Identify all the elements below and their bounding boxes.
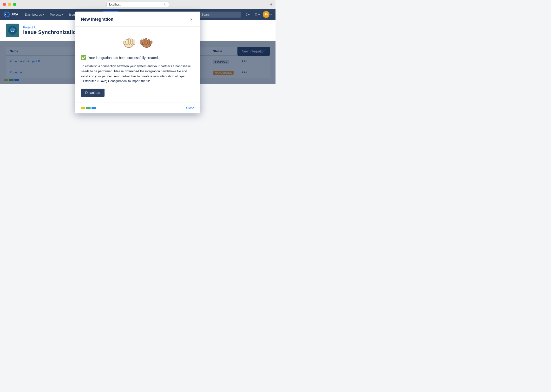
user-avatar[interactable]: JS	[263, 11, 270, 18]
description-download-bold: download	[125, 69, 139, 73]
project-info: Project A Issue Synchronization	[23, 26, 79, 35]
svg-rect-19	[141, 40, 142, 45]
traffic-lights	[3, 3, 16, 6]
modal-description: To establish a connection between your s…	[81, 64, 195, 84]
modal-footer: Close	[75, 103, 200, 113]
svg-rect-18	[143, 39, 145, 45]
projects-caret: ▾	[62, 13, 63, 16]
svg-rect-17	[145, 38, 147, 45]
jira-logo-text: JIRA	[11, 12, 20, 17]
download-button[interactable]: Download	[81, 89, 105, 97]
content-area: New Integration Name Status Actions Proj…	[0, 41, 276, 84]
settings-button[interactable]: ⚙ ▾	[253, 11, 262, 18]
description-part2: the integration handshake file and	[139, 69, 187, 73]
project-avatar	[6, 24, 19, 37]
address-bar[interactable]: localhost ↻	[106, 2, 169, 7]
svg-rect-11	[128, 38, 130, 45]
new-tab-button[interactable]: +	[270, 2, 273, 7]
svg-text:X: X	[5, 13, 6, 16]
modal-overlay: New Integration ×	[0, 41, 276, 84]
svg-point-7	[14, 29, 14, 30]
help-caret: ▾	[248, 13, 250, 16]
nav-dashboards[interactable]: Dashboards ▾	[23, 11, 47, 18]
traffic-light-yellow[interactable]	[8, 3, 11, 6]
dot-blue	[91, 107, 96, 109]
dot-green	[86, 107, 91, 109]
dot-yellow	[81, 107, 85, 109]
address-text: localhost	[109, 3, 120, 6]
description-send-bold: send	[81, 74, 88, 78]
settings-caret: ▾	[258, 13, 260, 16]
svg-rect-12	[131, 39, 133, 45]
footer-progress-dots	[81, 107, 96, 109]
project-title: Issue Synchronization	[23, 29, 79, 35]
settings-icon: ⚙	[255, 13, 258, 16]
modal-close-button[interactable]: ×	[188, 16, 195, 23]
modal-close-link[interactable]: Close	[186, 106, 195, 110]
svg-rect-16	[148, 39, 150, 45]
traffic-light-green[interactable]	[13, 3, 16, 6]
success-text: Your integration has been successfully c…	[88, 56, 159, 60]
svg-rect-13	[133, 40, 135, 45]
project-label[interactable]: Project A	[23, 26, 79, 29]
svg-rect-10	[126, 39, 128, 45]
jira-logo[interactable]: X JIRA	[4, 12, 20, 17]
dashboards-caret: ▾	[43, 13, 44, 16]
nav-projects[interactable]: Projects ▾	[48, 11, 66, 18]
traffic-light-red[interactable]	[3, 3, 6, 6]
success-icon: ✅	[81, 55, 86, 60]
new-integration-modal: New Integration ×	[75, 12, 200, 113]
help-button[interactable]: ? ▾	[244, 11, 252, 18]
left-hand-icon	[120, 33, 137, 49]
refresh-icon[interactable]: ↻	[164, 3, 166, 6]
modal-title: New Integration	[81, 17, 113, 22]
search-placeholder: Search	[201, 13, 211, 16]
modal-body: ✅ Your integration has been successfully…	[75, 27, 200, 103]
svg-text:JIRA: JIRA	[11, 13, 18, 16]
modal-header: New Integration ×	[75, 12, 200, 27]
description-part3: it to your partner. Your partner has to …	[81, 74, 184, 83]
handshake-illustration	[81, 33, 195, 49]
success-message: ✅ Your integration has been successfully…	[81, 55, 195, 60]
right-hand-icon	[139, 33, 156, 49]
help-icon: ?	[246, 13, 248, 16]
window-chrome: localhost ↻ +	[0, 0, 276, 9]
svg-point-6	[11, 29, 12, 30]
nav-icons: ? ▾ ⚙ ▾ JS ▾	[244, 11, 272, 18]
avatar-caret: ▾	[271, 13, 272, 16]
